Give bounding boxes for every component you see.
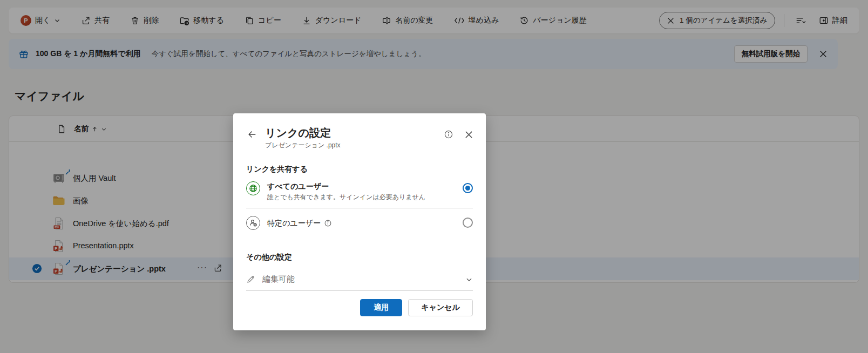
radio-anyone-selected[interactable] <box>463 183 473 193</box>
apply-button[interactable]: 適用 <box>360 299 402 316</box>
option-anyone[interactable]: すべてのユーザー 誰とでも共有できます。サインインは必要ありません <box>246 174 473 208</box>
person-icon <box>246 216 260 230</box>
link-settings-dialog: リンクの設定 プレゼンテーション .pptx リンクを共有する すべてのユーザー… <box>233 113 486 330</box>
cancel-button[interactable]: キャンセル <box>408 299 473 316</box>
dialog-titles: リンクの設定 プレゼンテーション .pptx <box>265 126 437 150</box>
permission-value: 編集可能 <box>262 274 458 284</box>
option-anyone-text: すべてのユーザー 誰とでも共有できます。サインインは必要ありません <box>267 181 463 202</box>
dialog-title: リンクの設定 <box>265 126 437 139</box>
info-icon-small[interactable] <box>324 220 331 227</box>
dialog-subtitle: プレゼンテーション .pptx <box>265 141 437 150</box>
radio-specific-unselected[interactable] <box>463 218 473 228</box>
chevron-down-icon <box>465 276 473 283</box>
globe-icon <box>246 181 260 195</box>
option-specific-people[interactable]: 特定のユーザー <box>246 209 473 236</box>
dialog-footer: 適用 キャンセル <box>360 299 473 316</box>
option-specific-label-row: 特定のユーザー <box>267 218 463 228</box>
close-icon[interactable] <box>465 131 473 139</box>
permission-dropdown[interactable]: 編集可能 <box>246 274 473 290</box>
dialog-header: リンクの設定 プレゼンテーション .pptx <box>246 126 473 150</box>
dialog-header-icons <box>444 130 473 139</box>
option-anyone-label: すべてのユーザー <box>267 181 463 191</box>
share-section-label: リンクを共有する <box>246 165 473 174</box>
option-specific-label: 特定のユーザー <box>267 218 321 228</box>
info-icon[interactable] <box>444 130 453 139</box>
other-section-label: その他の設定 <box>246 253 473 262</box>
option-specific-text: 特定のユーザー <box>267 216 463 228</box>
back-arrow-icon[interactable] <box>246 128 258 140</box>
option-anyone-description: 誰とでも共有できます。サインインは必要ありません <box>267 193 463 202</box>
pencil-icon <box>246 275 255 284</box>
